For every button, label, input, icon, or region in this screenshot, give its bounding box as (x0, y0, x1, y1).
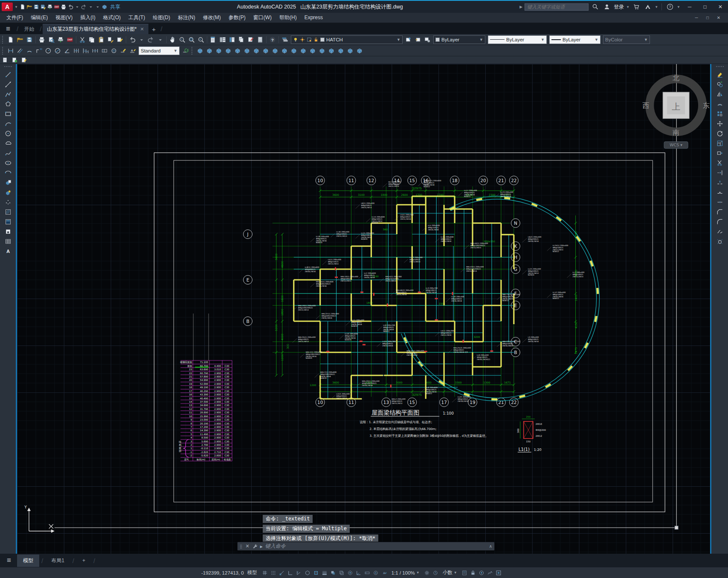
model-space-drawing[interactable]: 3297536003100180026001700270030002300167… (17, 64, 710, 554)
toolpalettes-icon[interactable] (227, 35, 237, 44)
ellipse-icon[interactable] (3, 158, 14, 168)
erase-icon[interactable] (714, 70, 725, 79)
osnap-icon[interactable] (312, 569, 320, 577)
make-block-icon[interactable] (3, 188, 14, 197)
apps-dropdown-icon[interactable]: ▼ (655, 5, 658, 9)
user-icon[interactable] (602, 3, 612, 11)
polygon-icon[interactable] (3, 99, 14, 109)
plot-icon[interactable] (61, 3, 67, 11)
ortho-icon[interactable] (286, 569, 295, 577)
layerprops-icon[interactable] (280, 35, 290, 44)
dim-arc-icon[interactable] (25, 46, 34, 55)
model-space-button[interactable]: 模型 (245, 569, 260, 577)
saveas-icon[interactable] (40, 3, 46, 11)
fillet-icon[interactable] (714, 217, 725, 227)
lockui-icon[interactable] (469, 569, 477, 577)
dimstyle-combo[interactable]: Standard▼ (139, 46, 180, 55)
makecurrent-icon[interactable] (404, 35, 413, 44)
union-icon[interactable] (195, 46, 205, 55)
dim-center-icon[interactable] (109, 46, 119, 55)
annot-vis-icon[interactable]: A (371, 569, 380, 577)
sheet-b-icon[interactable] (10, 56, 20, 64)
menu-标注(N)[interactable]: 标注(N) (174, 13, 199, 22)
lineweight-icon[interactable] (320, 569, 329, 577)
pan-icon[interactable] (168, 35, 177, 44)
layout-menu-icon[interactable]: ≡ (2, 555, 16, 566)
menu-修改(M)[interactable]: 修改(M) (199, 13, 225, 22)
redo-icon[interactable] (146, 35, 156, 44)
copy-faces-icon[interactable] (280, 46, 289, 55)
open-icon[interactable] (15, 35, 25, 44)
zoomrt-icon[interactable]: ± (177, 35, 187, 44)
menu-窗口(W)[interactable]: 窗口(W) (249, 13, 276, 22)
share-icon[interactable] (102, 3, 107, 11)
autocad-logo-icon[interactable]: A (2, 3, 13, 11)
markup-icon[interactable] (246, 35, 255, 44)
doc-minimize-button[interactable]: ─ (691, 14, 702, 22)
menu-帮助(H)[interactable]: 帮助(H) (276, 13, 301, 22)
rotate-icon[interactable] (714, 129, 725, 138)
search-input[interactable] (525, 3, 589, 11)
dwf-icon[interactable]: DWF (65, 35, 75, 44)
break-icon[interactable] (714, 188, 725, 197)
tab-start[interactable]: 开始 (20, 24, 38, 34)
sheetset-icon[interactable] (237, 35, 246, 44)
menu-编辑(E)[interactable]: 编辑(E) (27, 13, 52, 22)
caret-icon[interactable] (156, 35, 165, 44)
extrude-faces-icon[interactable] (223, 46, 233, 55)
command-bar-grip-icon[interactable]: ⣿ (240, 544, 243, 549)
autodesk-apps-icon[interactable] (643, 3, 653, 11)
menu-工具(T)[interactable]: 工具(T) (125, 13, 149, 22)
menu-视图(V)[interactable]: 视图(V) (52, 13, 76, 22)
mtext-icon[interactable]: A (3, 247, 14, 256)
offset-icon[interactable] (714, 99, 725, 109)
menu-格式(O)[interactable]: 格式(O) (99, 13, 125, 22)
designcenter-icon[interactable] (218, 35, 227, 44)
isodraft-icon[interactable] (303, 569, 312, 577)
tab-active-document[interactable]: 山东某23层剪力墙结构住宅结构设计图*✕ (43, 24, 148, 34)
extend-icon[interactable] (714, 168, 725, 177)
transparency-icon[interactable] (329, 569, 337, 577)
drawing-canvas[interactable]: 3297536003100180026001700270030002300167… (16, 64, 711, 554)
caret-icon[interactable] (74, 3, 80, 11)
save-icon[interactable] (25, 35, 34, 44)
command-bar-close-icon[interactable]: ✕ (246, 543, 249, 549)
command-input-bar[interactable]: ⣿ ✕ ▸ 键入命令 ∧ (237, 542, 495, 551)
spline-icon[interactable] (3, 148, 14, 158)
paste-icon[interactable] (96, 35, 106, 44)
mirror-icon[interactable] (714, 90, 725, 99)
quickprops-icon[interactable] (460, 569, 469, 577)
ellipse-arc-icon[interactable] (3, 168, 14, 177)
annot-monitor-icon[interactable] (431, 569, 440, 577)
snap-icon[interactable] (269, 569, 278, 577)
table-icon[interactable] (3, 237, 14, 246)
point-icon[interactable] (3, 198, 14, 207)
scale-icon[interactable] (714, 139, 725, 148)
subtract-icon[interactable] (205, 46, 214, 55)
dim-linear-icon[interactable] (6, 46, 15, 55)
undo-icon[interactable] (67, 3, 73, 11)
menu-绘图(D)[interactable]: 绘图(D) (149, 13, 174, 22)
dim-aligned-icon[interactable] (15, 46, 25, 55)
publish-icon[interactable] (56, 35, 65, 44)
search-icon[interactable] (591, 3, 600, 11)
new-tab-button[interactable]: + (148, 24, 160, 34)
hatch-icon[interactable] (3, 207, 14, 217)
offset-faces-icon[interactable] (242, 46, 252, 55)
preview-icon[interactable] (46, 35, 56, 44)
isolate-icon[interactable] (477, 569, 486, 577)
intersect-icon[interactable] (214, 46, 223, 55)
zoomwin-icon[interactable] (187, 35, 196, 44)
matchprop-icon[interactable] (106, 35, 115, 44)
circle-icon[interactable] (3, 129, 14, 138)
units-button[interactable]: 小数▼ (441, 569, 459, 577)
caret-icon[interactable] (88, 3, 94, 11)
dim-angular-icon[interactable] (62, 46, 72, 55)
cleanscreen-icon[interactable] (494, 569, 503, 577)
cut-icon[interactable] (78, 35, 87, 44)
copy-edges-icon[interactable] (299, 46, 308, 55)
insert-block-icon[interactable] (3, 178, 14, 187)
blend-icon[interactable] (714, 227, 725, 236)
rotate-faces-icon[interactable] (261, 46, 270, 55)
infer-icon[interactable] (278, 569, 286, 577)
